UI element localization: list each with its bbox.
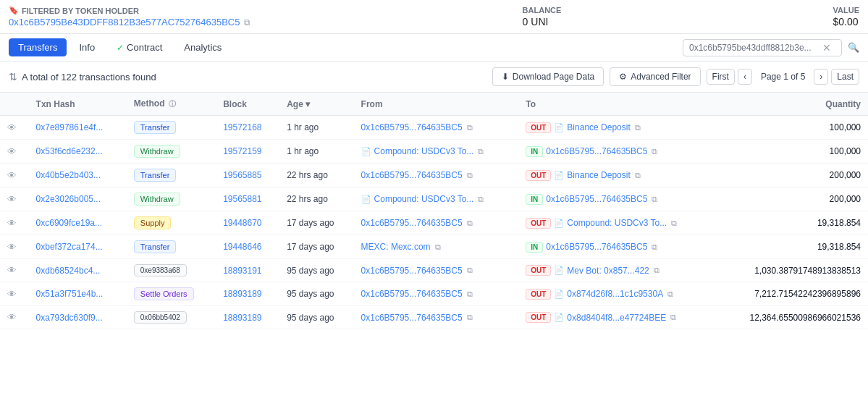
from-doc-icon: 📄	[361, 147, 371, 156]
txhash-link[interactable]: 0xdb68524bc4...	[36, 266, 101, 276]
block-link[interactable]: 19572159	[223, 146, 261, 156]
block-link[interactable]: 19448670	[223, 218, 261, 228]
row-block-cell: 19572168	[216, 116, 279, 140]
txhash-link[interactable]: 0x2e3026b005...	[36, 194, 101, 204]
txhash-link[interactable]: 0x53f6cd6e232...	[36, 146, 103, 156]
search-submit-icon[interactable]: 🔍	[848, 42, 859, 53]
row-from-cell: MEXC: Mexc.com⧉	[354, 235, 519, 259]
from-addr-link[interactable]: MEXC: Mexc.com	[361, 242, 431, 252]
row-from-cell: 0x1c6B5795...764635BC5⧉	[354, 282, 519, 306]
page-last-button[interactable]: Last	[831, 69, 859, 85]
tab-transfers[interactable]: Transfers	[9, 38, 67, 56]
from-copy-icon[interactable]: ⧉	[467, 266, 473, 275]
from-addr-link[interactable]: Compound: USDCv3 To...	[374, 194, 474, 204]
to-addr-link[interactable]: 0x8d8404f8...e47724BEE	[567, 313, 666, 323]
eye-icon[interactable]: 👁	[7, 194, 17, 205]
to-copy-icon[interactable]: ⧉	[635, 171, 641, 180]
txhash-link[interactable]: 0x7e897861e4f...	[36, 122, 104, 132]
eye-icon[interactable]: 👁	[7, 146, 17, 157]
from-copy-icon[interactable]: ⧉	[467, 219, 473, 228]
to-copy-icon[interactable]: ⧉	[671, 219, 677, 228]
txhash-link[interactable]: 0xc6909fce19a...	[36, 218, 102, 228]
balance-value: 0 UNI	[523, 16, 562, 28]
to-addr-link[interactable]: Compound: USDCv3 To...	[567, 218, 667, 228]
block-link[interactable]: 18893189	[223, 289, 261, 299]
from-addr-link[interactable]: Compound: USDCv3 To...	[374, 146, 474, 156]
txhash-link[interactable]: 0x40b5e2b403...	[36, 170, 101, 180]
row-eye-cell: 👁	[0, 235, 29, 259]
block-link[interactable]: 19565885	[223, 170, 261, 180]
to-copy-icon[interactable]: ⧉	[635, 123, 641, 132]
direction-badge: IN	[526, 242, 543, 253]
eye-icon[interactable]: 👁	[7, 122, 17, 133]
from-doc-icon: 📄	[361, 195, 371, 204]
eye-icon[interactable]: 👁	[7, 218, 17, 229]
col-txhash: Txn Hash	[29, 93, 127, 116]
row-age-cell: 1 hr ago	[279, 140, 353, 164]
row-quantity-cell: 19,318.854	[717, 211, 868, 235]
eye-icon[interactable]: 👁	[7, 289, 17, 300]
block-link[interactable]: 19572168	[223, 122, 261, 132]
quantity-value: 19,318.854	[817, 218, 861, 228]
to-addr-link[interactable]: Binance Deposit	[567, 122, 630, 132]
copy-address-icon[interactable]: ⧉	[244, 17, 250, 28]
from-copy-icon[interactable]: ⧉	[467, 290, 473, 299]
txhash-link[interactable]: 0xa793dc630f9...	[36, 313, 103, 323]
to-copy-icon[interactable]: ⧉	[667, 290, 673, 299]
from-copy-icon[interactable]: ⧉	[467, 313, 473, 322]
to-copy-icon[interactable]: ⧉	[652, 147, 657, 156]
eye-icon[interactable]: 👁	[7, 242, 17, 253]
to-copy-icon[interactable]: ⧉	[654, 266, 660, 275]
age-text: 95 days ago	[287, 313, 334, 323]
download-button[interactable]: ⬇ Download Page Data	[492, 67, 604, 86]
check-icon: ✓	[117, 43, 124, 53]
from-copy-icon[interactable]: ⧉	[478, 195, 484, 204]
row-age-cell: 95 days ago	[279, 259, 353, 282]
tab-analytics[interactable]: Analytics	[174, 38, 231, 56]
row-from-cell: 📄Compound: USDCv3 To...⧉	[354, 187, 519, 211]
tab-info[interactable]: Info	[69, 38, 104, 56]
to-addr-link[interactable]: 0x1c6B5795...764635BC5	[546, 194, 647, 204]
from-copy-icon[interactable]: ⧉	[467, 171, 473, 180]
txhash-link[interactable]: 0x51a3f751e4b...	[36, 289, 104, 299]
from-copy-icon[interactable]: ⧉	[467, 123, 473, 132]
from-addr-link[interactable]: 0x1c6B5795...764635BC5	[361, 313, 463, 323]
block-link[interactable]: 18893191	[223, 266, 261, 276]
from-addr-link[interactable]: 0x1c6B5795...764635BC5	[361, 289, 463, 299]
from-copy-icon[interactable]: ⧉	[478, 147, 484, 156]
block-link[interactable]: 19448646	[223, 242, 261, 252]
from-addr-link[interactable]: 0x1c6B5795...764635BC5	[361, 122, 463, 132]
page-prev-button[interactable]: ‹	[738, 69, 752, 85]
search-input[interactable]	[689, 43, 819, 53]
eye-icon[interactable]: 👁	[7, 312, 17, 323]
eye-icon[interactable]: 👁	[7, 170, 17, 181]
tab-contract[interactable]: ✓ Contract	[107, 38, 172, 56]
to-addr-link[interactable]: 0x874d26f8...1c1c9530A	[567, 289, 663, 299]
search-clear-icon[interactable]: ✕	[822, 42, 831, 54]
row-eye-cell: 👁	[0, 187, 29, 211]
from-copy-icon[interactable]: ⧉	[435, 242, 441, 252]
quantity-value: 1,030.38791748913838513	[754, 266, 861, 276]
from-addr-link[interactable]: 0x1c6B5795...764635BC5	[361, 218, 463, 228]
row-txhash-cell: 0xc6909fce19a...	[29, 211, 127, 235]
to-addr-link[interactable]: Mev Bot: 0x857...422	[567, 266, 649, 276]
to-copy-icon[interactable]: ⧉	[670, 313, 676, 322]
token-address[interactable]: 0x1c6B5795Be43DDFF8812B3e577AC752764635B…	[9, 17, 240, 28]
to-addr-link[interactable]: Binance Deposit	[567, 170, 630, 180]
txhash-link[interactable]: 0xbef372ca174...	[36, 242, 103, 252]
row-quantity-cell: 19,318.854	[717, 235, 868, 259]
to-addr-link[interactable]: 0x1c6B5795...764635BC5	[546, 146, 647, 156]
col-age[interactable]: Age ▾	[279, 93, 353, 116]
eye-icon[interactable]: 👁	[7, 265, 17, 276]
from-addr-link[interactable]: 0x1c6B5795...764635BC5	[361, 266, 463, 276]
block-link[interactable]: 18893189	[223, 313, 261, 323]
page-next-button[interactable]: ›	[814, 69, 828, 85]
method-info-icon[interactable]: ⓘ	[169, 100, 176, 108]
page-first-button[interactable]: First	[707, 69, 735, 85]
to-addr-link[interactable]: 0x1c6B5795...764635BC5	[546, 242, 647, 252]
from-addr-link[interactable]: 0x1c6B5795...764635BC5	[361, 170, 463, 180]
to-copy-icon[interactable]: ⧉	[652, 242, 657, 252]
block-link[interactable]: 19565881	[223, 194, 261, 204]
to-copy-icon[interactable]: ⧉	[652, 195, 657, 204]
advanced-filter-button[interactable]: ⚙ Advanced Filter	[610, 67, 700, 86]
